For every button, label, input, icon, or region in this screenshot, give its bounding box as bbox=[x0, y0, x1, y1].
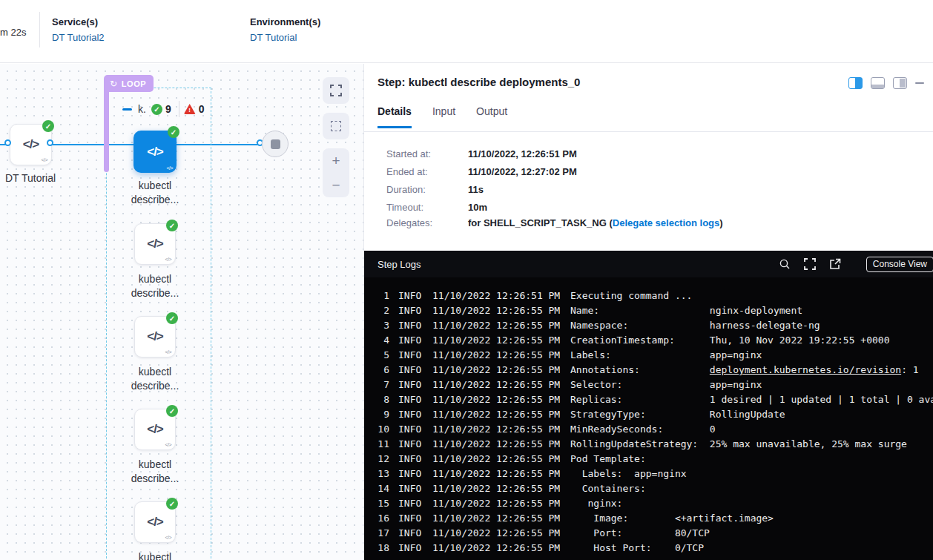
environment-block: Environment(s) DT Tutorial bbox=[250, 16, 320, 43]
pipeline-canvas[interactable]: ↻ LOOP k. ✓ 9 ! 0 </> </> ✓ DT Tutorial … bbox=[0, 64, 363, 560]
log-level: INFO bbox=[398, 378, 423, 392]
log-line-number: 17 bbox=[375, 526, 389, 541]
tab-input[interactable]: Input bbox=[432, 105, 455, 128]
log-level: INFO bbox=[398, 363, 423, 378]
stop-icon bbox=[271, 139, 280, 149]
log-timestamp: 11/10/2022 12:26:55 PM bbox=[432, 496, 563, 511]
status-success-icon: ✓ bbox=[166, 498, 178, 510]
log-message: Labels: app=nginx bbox=[570, 467, 687, 481]
layout-bottom-icon[interactable] bbox=[871, 77, 885, 89]
log-line-number: 18 bbox=[375, 541, 389, 556]
warning-icon: ! bbox=[184, 104, 196, 114]
log-level: INFO bbox=[398, 289, 423, 303]
layout-split-right-icon[interactable] bbox=[848, 77, 863, 89]
step-node-dt-tutorial[interactable]: </> </> ✓ bbox=[10, 124, 52, 165]
log-line-number: 1 bbox=[375, 289, 389, 303]
log-timestamp: 11/10/2022 12:26:55 PM bbox=[432, 422, 563, 437]
service-link[interactable]: DT Tutorial2 bbox=[52, 32, 105, 43]
zoom-out-button[interactable]: − bbox=[332, 178, 340, 192]
log-line: 11 INFO 11/10/2022 12:26:55 PM RollingUp… bbox=[364, 437, 933, 452]
status-success-icon: ✓ bbox=[166, 405, 178, 417]
marquee-select-icon bbox=[331, 121, 341, 131]
console-view-button[interactable]: Console View bbox=[866, 257, 933, 272]
step-node[interactable]: </> </> ✓ bbox=[134, 409, 176, 450]
delegates-row: Delegates: for SHELL_SCRIPT_TASK_NG (Del… bbox=[386, 217, 723, 229]
script-type-icon: </> bbox=[165, 442, 171, 447]
step-node-selected[interactable]: </> </> ✓ bbox=[133, 131, 177, 173]
delegate-selection-logs-link[interactable]: Delegate selection logs bbox=[613, 217, 720, 228]
log-timestamp: 11/10/2022 12:26:55 PM bbox=[432, 526, 563, 541]
script-type-icon: </> bbox=[41, 157, 47, 162]
log-level: INFO bbox=[398, 541, 423, 556]
layout-right-icon[interactable] bbox=[893, 77, 907, 89]
tab-output[interactable]: Output bbox=[476, 105, 507, 128]
loop-iteration-node: </> </> ✓ kubectl describe... bbox=[134, 409, 176, 450]
log-message: CreationTimestamp: Thu, 10 Nov 2022 19:2… bbox=[570, 333, 889, 348]
script-type-icon: </> bbox=[165, 257, 171, 262]
step-logs-title: Step Logs bbox=[378, 259, 421, 270]
log-line: 7 INFO 11/10/2022 12:26:55 PM Selector: … bbox=[364, 378, 933, 392]
script-type-icon: </> bbox=[165, 535, 171, 540]
step-node[interactable]: </> </> ✓ bbox=[134, 223, 176, 265]
node-label-line2: describe... bbox=[107, 472, 203, 486]
log-line: 14 INFO 11/10/2022 12:26:55 PM Container… bbox=[364, 481, 933, 496]
log-line: 16 INFO 11/10/2022 12:26:55 PM Image: <+… bbox=[364, 511, 933, 526]
log-line-number: 3 bbox=[375, 318, 389, 333]
log-level: INFO bbox=[398, 348, 423, 363]
log-message: Image: <+artifact.image> bbox=[570, 511, 774, 526]
detail-value: 11s bbox=[468, 183, 484, 196]
success-check-icon: ✓ bbox=[151, 104, 162, 115]
log-line: 6 INFO 11/10/2022 12:26:55 PM Annotation… bbox=[364, 363, 933, 378]
group-name: k. bbox=[138, 103, 146, 115]
step-node[interactable]: </> </> ✓ bbox=[134, 316, 176, 358]
error-count: 0 bbox=[199, 103, 205, 115]
log-timestamp: 11/10/2022 12:26:55 PM bbox=[432, 437, 563, 452]
log-line: 18 INFO 11/10/2022 12:26:55 PM Host Port… bbox=[364, 541, 933, 556]
log-console[interactable]: 1 INFO 11/10/2022 12:26:51 PM Executing … bbox=[364, 277, 933, 560]
collapse-group-icon[interactable] bbox=[122, 108, 132, 111]
status-success-icon: ✓ bbox=[166, 220, 178, 231]
step-node[interactable]: </> </> ✓ bbox=[134, 501, 176, 543]
delegates-value: for SHELL_SCRIPT_TASK_NG (Delegate selec… bbox=[468, 217, 723, 229]
step-logs-bar: Step Logs Console View bbox=[364, 251, 933, 277]
log-timestamp: 11/10/2022 12:26:51 PM bbox=[432, 289, 563, 303]
status-success-icon: ✓ bbox=[168, 126, 179, 138]
log-level: INFO bbox=[398, 407, 423, 422]
log-level: INFO bbox=[398, 511, 423, 526]
log-message: Name: nginx-deployment bbox=[570, 303, 802, 318]
log-line-number: 12 bbox=[375, 452, 389, 467]
open-in-new-icon[interactable] bbox=[829, 258, 841, 270]
log-message: Containers: bbox=[570, 481, 646, 496]
environment-link[interactable]: DT Tutorial bbox=[250, 32, 320, 43]
log-level: INFO bbox=[398, 496, 423, 511]
log-message: Pod Template: bbox=[570, 452, 646, 467]
log-message: Namespace: harness-delegate-ng bbox=[570, 318, 820, 333]
log-line-number: 2 bbox=[375, 303, 389, 318]
tab-details[interactable]: Details bbox=[378, 105, 412, 128]
log-message: Annotations: deployment.kubernetes.io/re… bbox=[570, 363, 919, 378]
loop-group-header: k. ✓ 9 ! 0 bbox=[122, 101, 207, 117]
fullscreen-logs-icon[interactable] bbox=[804, 258, 816, 270]
log-link[interactable]: deployment.kubernetes.io/revision bbox=[710, 364, 901, 375]
loop-iteration-node: </> </> ✓ kubectl describe... bbox=[134, 501, 176, 543]
edge-connector[interactable] bbox=[47, 139, 53, 146]
detail-label: Timeout: bbox=[386, 201, 468, 214]
detail-row: Duration: 11s bbox=[386, 183, 577, 196]
loop-badge[interactable]: ↻ LOOP bbox=[104, 75, 154, 92]
canvas-select-button[interactable] bbox=[323, 113, 349, 139]
node-label: kubectl describe... bbox=[107, 458, 203, 486]
search-icon[interactable] bbox=[779, 258, 791, 270]
log-message: Selector: app=nginx bbox=[570, 378, 762, 392]
zoom-in-button[interactable]: + bbox=[332, 154, 340, 168]
pipeline-end-node[interactable] bbox=[262, 131, 289, 157]
edge-connector[interactable] bbox=[4, 139, 11, 146]
node-label-line1: kubectl bbox=[107, 550, 203, 560]
log-message: Port: 80/TCP bbox=[570, 526, 710, 541]
log-line: 8 INFO 11/10/2022 12:26:55 PM Replicas: … bbox=[364, 392, 933, 407]
canvas-fullscreen-button[interactable] bbox=[323, 77, 349, 104]
log-level: INFO bbox=[398, 437, 423, 452]
detail-row: Ended at: 11/10/2022, 12:27:02 PM bbox=[386, 165, 577, 178]
environment-label: Environment(s) bbox=[250, 16, 320, 27]
minimize-panel-icon[interactable] bbox=[915, 82, 924, 84]
fullscreen-icon bbox=[330, 85, 342, 96]
